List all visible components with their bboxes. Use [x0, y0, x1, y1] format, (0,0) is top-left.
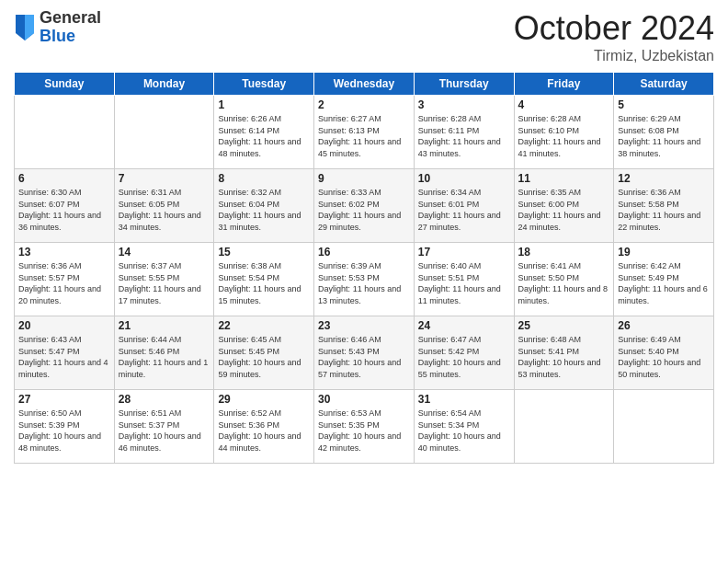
month-title: October 2024: [514, 9, 714, 48]
day-number: 7: [119, 172, 210, 185]
col-friday: Friday: [514, 73, 614, 96]
col-sunday: Sunday: [15, 73, 115, 96]
calendar-cell: 16Sunrise: 6:39 AM Sunset: 5:53 PM Dayli…: [314, 243, 415, 316]
day-number: 12: [618, 172, 710, 185]
day-number: 9: [318, 172, 410, 185]
svg-marker-1: [25, 15, 34, 40]
col-thursday: Thursday: [414, 73, 514, 96]
week-row-3: 20Sunrise: 6:43 AM Sunset: 5:47 PM Dayli…: [15, 316, 714, 390]
day-number: 2: [318, 98, 410, 111]
calendar-cell: 18Sunrise: 6:41 AM Sunset: 5:50 PM Dayli…: [514, 243, 614, 316]
day-info: Sunrise: 6:40 AM Sunset: 5:51 PM Dayligh…: [418, 260, 510, 306]
day-number: 18: [518, 246, 610, 259]
calendar-cell: 14Sunrise: 6:37 AM Sunset: 5:55 PM Dayli…: [114, 243, 214, 316]
col-monday: Monday: [114, 73, 214, 96]
calendar-cell: 19Sunrise: 6:42 AM Sunset: 5:49 PM Dayli…: [614, 243, 714, 316]
day-info: Sunrise: 6:36 AM Sunset: 5:58 PM Dayligh…: [618, 187, 710, 233]
header: General Blue October 2024 Tirmiz, Uzbeki…: [14, 9, 714, 64]
location-subtitle: Tirmiz, Uzbekistan: [514, 48, 714, 64]
calendar-cell: 1Sunrise: 6:26 AM Sunset: 6:14 PM Daylig…: [214, 96, 314, 169]
page: General Blue October 2024 Tirmiz, Uzbeki…: [0, 0, 728, 563]
day-number: 14: [119, 246, 210, 259]
day-info: Sunrise: 6:42 AM Sunset: 5:49 PM Dayligh…: [618, 260, 710, 306]
day-info: Sunrise: 6:35 AM Sunset: 6:00 PM Dayligh…: [518, 187, 610, 233]
day-number: 6: [18, 172, 110, 185]
logo-blue: Blue: [40, 28, 101, 46]
calendar-cell: 25Sunrise: 6:48 AM Sunset: 5:41 PM Dayli…: [514, 316, 614, 390]
day-info: Sunrise: 6:29 AM Sunset: 6:08 PM Dayligh…: [618, 113, 710, 159]
day-number: 4: [518, 98, 610, 111]
day-info: Sunrise: 6:37 AM Sunset: 5:55 PM Dayligh…: [119, 260, 210, 306]
col-saturday: Saturday: [614, 73, 714, 96]
day-number: 1: [218, 98, 310, 111]
day-info: Sunrise: 6:51 AM Sunset: 5:37 PM Dayligh…: [119, 408, 210, 454]
day-info: Sunrise: 6:52 AM Sunset: 5:36 PM Dayligh…: [218, 408, 310, 454]
day-number: 31: [418, 393, 510, 406]
calendar-cell: 10Sunrise: 6:34 AM Sunset: 6:01 PM Dayli…: [414, 169, 514, 243]
day-info: Sunrise: 6:49 AM Sunset: 5:40 PM Dayligh…: [618, 334, 710, 380]
day-number: 25: [518, 319, 610, 332]
calendar-cell: [514, 390, 614, 464]
day-number: 23: [318, 319, 410, 332]
calendar-cell: 29Sunrise: 6:52 AM Sunset: 5:36 PM Dayli…: [214, 390, 314, 464]
logo-general: General: [40, 9, 101, 28]
day-info: Sunrise: 6:44 AM Sunset: 5:46 PM Dayligh…: [119, 334, 210, 380]
logo-text: General Blue: [40, 9, 101, 46]
calendar-cell: 5Sunrise: 6:29 AM Sunset: 6:08 PM Daylig…: [614, 96, 714, 169]
day-info: Sunrise: 6:47 AM Sunset: 5:42 PM Dayligh…: [418, 334, 510, 380]
calendar-cell: 30Sunrise: 6:53 AM Sunset: 5:35 PM Dayli…: [314, 390, 415, 464]
day-number: 15: [218, 246, 310, 259]
calendar-cell: 21Sunrise: 6:44 AM Sunset: 5:46 PM Dayli…: [114, 316, 214, 390]
day-number: 17: [418, 246, 510, 259]
day-info: Sunrise: 6:48 AM Sunset: 5:41 PM Dayligh…: [518, 334, 610, 380]
calendar-cell: 24Sunrise: 6:47 AM Sunset: 5:42 PM Dayli…: [414, 316, 514, 390]
day-number: 22: [218, 319, 310, 332]
calendar-cell: [114, 96, 214, 169]
day-info: Sunrise: 6:38 AM Sunset: 5:54 PM Dayligh…: [218, 260, 310, 306]
title-block: October 2024 Tirmiz, Uzbekistan: [514, 9, 714, 64]
day-number: 16: [318, 246, 410, 259]
day-number: 29: [218, 393, 310, 406]
day-info: Sunrise: 6:33 AM Sunset: 6:02 PM Dayligh…: [318, 187, 410, 233]
calendar-cell: 13Sunrise: 6:36 AM Sunset: 5:57 PM Dayli…: [15, 243, 115, 316]
day-number: 26: [618, 319, 710, 332]
day-number: 5: [618, 98, 710, 111]
calendar-cell: 20Sunrise: 6:43 AM Sunset: 5:47 PM Dayli…: [15, 316, 115, 390]
day-info: Sunrise: 6:45 AM Sunset: 5:45 PM Dayligh…: [218, 334, 310, 380]
day-info: Sunrise: 6:39 AM Sunset: 5:53 PM Dayligh…: [318, 260, 410, 306]
day-info: Sunrise: 6:31 AM Sunset: 6:05 PM Dayligh…: [119, 187, 210, 233]
calendar-cell: 15Sunrise: 6:38 AM Sunset: 5:54 PM Dayli…: [214, 243, 314, 316]
day-number: 27: [18, 393, 110, 406]
calendar-cell: 28Sunrise: 6:51 AM Sunset: 5:37 PM Dayli…: [114, 390, 214, 464]
calendar-cell: 8Sunrise: 6:32 AM Sunset: 6:04 PM Daylig…: [214, 169, 314, 243]
calendar-cell: [614, 390, 714, 464]
day-info: Sunrise: 6:43 AM Sunset: 5:47 PM Dayligh…: [18, 334, 110, 380]
calendar-cell: 3Sunrise: 6:28 AM Sunset: 6:11 PM Daylig…: [414, 96, 514, 169]
day-info: Sunrise: 6:46 AM Sunset: 5:43 PM Dayligh…: [318, 334, 410, 380]
week-row-2: 13Sunrise: 6:36 AM Sunset: 5:57 PM Dayli…: [15, 243, 714, 316]
week-row-1: 6Sunrise: 6:30 AM Sunset: 6:07 PM Daylig…: [15, 169, 714, 243]
calendar-cell: 12Sunrise: 6:36 AM Sunset: 5:58 PM Dayli…: [614, 169, 714, 243]
calendar-cell: 4Sunrise: 6:28 AM Sunset: 6:10 PM Daylig…: [514, 96, 614, 169]
day-number: 10: [418, 172, 510, 185]
calendar-cell: [15, 96, 115, 169]
col-wednesday: Wednesday: [314, 73, 415, 96]
day-number: 8: [218, 172, 310, 185]
logo-icon: [16, 15, 34, 40]
calendar-table: Sunday Monday Tuesday Wednesday Thursday…: [14, 72, 714, 464]
col-tuesday: Tuesday: [214, 73, 314, 96]
day-info: Sunrise: 6:53 AM Sunset: 5:35 PM Dayligh…: [318, 408, 410, 454]
day-info: Sunrise: 6:32 AM Sunset: 6:04 PM Dayligh…: [218, 187, 310, 233]
logo: General Blue: [14, 9, 101, 46]
calendar-cell: 11Sunrise: 6:35 AM Sunset: 6:00 PM Dayli…: [514, 169, 614, 243]
day-number: 30: [318, 393, 410, 406]
week-row-0: 1Sunrise: 6:26 AM Sunset: 6:14 PM Daylig…: [15, 96, 714, 169]
calendar-cell: 7Sunrise: 6:31 AM Sunset: 6:05 PM Daylig…: [114, 169, 214, 243]
calendar-cell: 26Sunrise: 6:49 AM Sunset: 5:40 PM Dayli…: [614, 316, 714, 390]
day-number: 11: [518, 172, 610, 185]
day-number: 3: [418, 98, 510, 111]
day-number: 13: [18, 246, 110, 259]
calendar-cell: 2Sunrise: 6:27 AM Sunset: 6:13 PM Daylig…: [314, 96, 415, 169]
calendar-cell: 6Sunrise: 6:30 AM Sunset: 6:07 PM Daylig…: [15, 169, 115, 243]
day-number: 20: [18, 319, 110, 332]
